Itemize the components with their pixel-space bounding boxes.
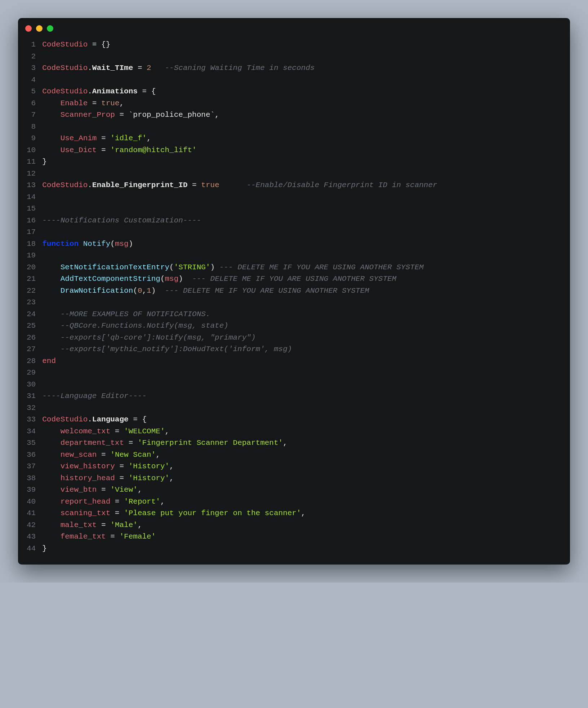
token-var: Use_Anim <box>61 134 97 142</box>
token-punc: , <box>301 509 306 517</box>
code-line: end <box>42 355 560 367</box>
token-punc: = <box>133 64 147 72</box>
token-punc: = <box>115 462 129 470</box>
token-fncall: AddTextComponentString <box>61 275 160 283</box>
token-punc: , <box>120 99 124 107</box>
line-number: 7 <box>27 109 36 121</box>
line-number: 8 <box>27 121 36 133</box>
token-punc <box>42 462 60 470</box>
token-var: scaning_txt <box>61 509 111 517</box>
token-punc: = <box>97 134 110 142</box>
token-com: --Scaning Waiting Time in seconds <box>165 64 315 72</box>
token-var: Scanner_Prop <box>61 111 115 119</box>
line-number: 20 <box>27 262 36 274</box>
token-str: 'Female' <box>119 532 156 541</box>
token-punc: = <box>97 521 110 529</box>
token-punc <box>42 486 60 494</box>
line-number: 28 <box>27 355 36 367</box>
token-punc: ) <box>151 287 165 295</box>
token-punc: , <box>138 521 142 529</box>
line-number: 33 <box>27 414 36 426</box>
token-var: female_txt <box>61 532 106 541</box>
line-number: 1 <box>27 39 36 51</box>
token-punc: = <box>97 146 110 154</box>
line-number: 13 <box>27 180 36 191</box>
token-var: report_head <box>61 497 111 506</box>
token-prop: Animations <box>92 87 138 96</box>
code-line <box>42 226 560 238</box>
token-punc: ( <box>133 287 138 295</box>
token-com: --QBCore.Functions.Notify(msg, state) <box>61 322 228 330</box>
token-bool: true <box>101 99 119 107</box>
code-line: CodeStudio = {} <box>42 39 560 51</box>
token-com: --MORE EXAMPLES OF NOTIFICATIONS. <box>61 310 210 318</box>
token-punc: = <box>97 486 110 494</box>
code-line <box>42 250 560 262</box>
token-var: Use_Dict <box>61 146 97 154</box>
code-line: male_txt = 'Male', <box>42 519 560 531</box>
code-content[interactable]: CodeStudio = {} CodeStudio.Wait_TIme = 2… <box>42 39 570 554</box>
close-icon[interactable] <box>25 25 32 32</box>
code-line: CodeStudio.Enable_Fingerprint_ID = true … <box>42 180 560 191</box>
token-fn: Notify <box>83 240 111 248</box>
code-line: --exports['mythic_notify']:DoHudText('in… <box>42 344 560 355</box>
token-punc <box>79 240 83 248</box>
minimize-icon[interactable] <box>36 25 43 32</box>
token-punc: ) <box>178 275 192 283</box>
token-punc <box>42 263 60 271</box>
code-line: --MORE EXAMPLES OF NOTIFICATIONS. <box>42 309 560 320</box>
line-number: 26 <box>27 332 36 344</box>
code-line: view_btn = 'View', <box>42 484 560 496</box>
token-punc <box>42 146 60 154</box>
line-number: 34 <box>27 426 36 438</box>
token-punc: = <box>115 474 129 482</box>
token-punc: . <box>88 181 92 189</box>
line-number: 22 <box>27 285 36 297</box>
code-line <box>42 367 560 379</box>
line-number: 41 <box>27 508 36 519</box>
code-line: scaning_txt = 'Please put your finger on… <box>42 508 560 519</box>
line-number: 30 <box>27 379 36 391</box>
editor-window: 1234567891011121314151617181920212223242… <box>18 18 570 565</box>
code-line: welcome_txt = 'WELCOME', <box>42 426 560 438</box>
token-var: new_scan <box>61 451 97 459</box>
token-var: view_btn <box>61 486 97 494</box>
token-str: 'random@hitch_lift' <box>110 146 196 154</box>
token-punc: . <box>88 87 92 96</box>
line-number: 31 <box>27 390 36 402</box>
token-punc: = <box>110 509 124 517</box>
code-line: Use_Dict = 'random@hitch_lift' <box>42 145 560 156</box>
token-com: --exports['qb-core']:Notify(msg, "primar… <box>61 333 256 342</box>
token-var: view_history <box>61 462 115 470</box>
token-punc <box>42 532 60 541</box>
line-number: 25 <box>27 320 36 332</box>
token-punc <box>42 521 60 529</box>
line-number: 36 <box>27 449 36 461</box>
token-var: Enable <box>61 99 88 107</box>
token-punc: , <box>169 474 174 482</box>
token-punc <box>42 287 60 295</box>
code-line: ----Notifications Customization---- <box>42 215 560 227</box>
code-line: view_history = 'History', <box>42 461 560 473</box>
token-punc <box>42 509 60 517</box>
line-number: 21 <box>27 273 36 285</box>
token-punc: = {} <box>88 40 110 49</box>
token-punc: , <box>169 462 174 470</box>
token-punc <box>42 427 60 435</box>
token-str: 'STRING' <box>174 263 210 271</box>
token-punc: } <box>42 544 47 553</box>
token-punc: = <box>97 451 110 459</box>
token-com: ----Language Editor---- <box>42 392 147 400</box>
code-line <box>42 402 560 414</box>
line-number: 27 <box>27 344 36 355</box>
line-number-gutter: 1234567891011121314151617181920212223242… <box>18 39 42 554</box>
zoom-icon[interactable] <box>47 25 53 32</box>
code-line: } <box>42 543 560 555</box>
token-fncall: SetNotificationTextEntry <box>61 263 169 271</box>
token-var: history_head <box>61 474 115 482</box>
token-punc: = <box>124 439 138 447</box>
token-var: welcome_txt <box>61 427 111 435</box>
token-str: 'Male' <box>110 521 138 529</box>
code-line: AddTextComponentString(msg) --- DELETE M… <box>42 273 560 285</box>
code-line: report_head = 'Report', <box>42 496 560 508</box>
